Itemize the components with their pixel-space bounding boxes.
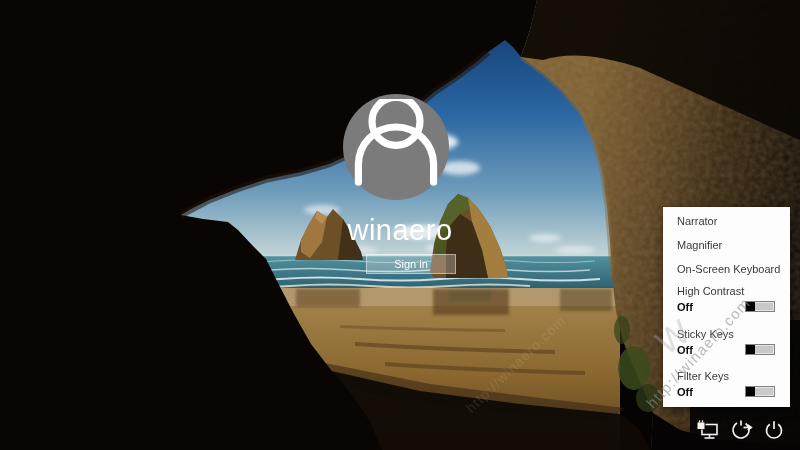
username-label: winaero — [250, 214, 550, 247]
ease-of-access-icon — [729, 418, 753, 442]
toggle-switch[interactable] — [745, 344, 775, 355]
filter-keys-label: Filter Keys — [677, 370, 780, 382]
toggle-switch[interactable] — [745, 301, 775, 312]
sticky-keys-label: Sticky Keys — [677, 328, 780, 340]
filter-keys-toggle[interactable]: Off — [677, 385, 775, 398]
high-contrast-toggle[interactable]: Off — [677, 300, 775, 313]
network-status-button[interactable] — [695, 417, 721, 443]
system-tray — [695, 417, 787, 443]
power-icon — [762, 418, 786, 442]
ease-of-access-menu: Narrator Magnifier On-Screen Keyboard Hi… — [663, 207, 790, 407]
sticky-keys-toggle[interactable]: Off — [677, 343, 775, 356]
ease-of-access-button[interactable] — [728, 417, 754, 443]
toggle-thumb — [746, 345, 755, 354]
toggle-thumb — [746, 387, 755, 396]
menu-item-on-screen-keyboard[interactable]: On-Screen Keyboard — [677, 263, 780, 275]
sticky-keys-state: Off — [677, 344, 693, 356]
menu-item-narrator[interactable]: Narrator — [677, 215, 780, 227]
sign-in-button[interactable]: Sign in — [366, 254, 456, 274]
sign-in-screen: http://winaero.com winaero Sign in Narra… — [0, 0, 800, 450]
menu-item-magnifier[interactable]: Magnifier — [677, 239, 780, 251]
high-contrast-label: High Contrast — [677, 285, 780, 297]
filter-keys-state: Off — [677, 386, 693, 398]
network-icon — [696, 419, 720, 441]
high-contrast-state: Off — [677, 301, 693, 313]
toggle-thumb — [746, 302, 755, 311]
user-avatar — [343, 94, 449, 200]
power-button[interactable] — [761, 417, 787, 443]
toggle-switch[interactable] — [745, 386, 775, 397]
person-icon — [348, 99, 444, 195]
